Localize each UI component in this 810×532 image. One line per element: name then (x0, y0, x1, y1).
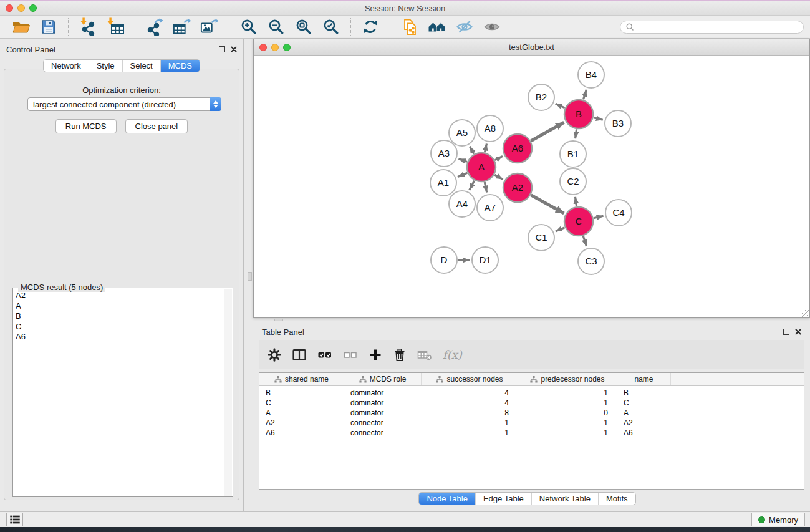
graph-node-C[interactable]: C (564, 207, 593, 236)
graph-node-D[interactable]: D (431, 247, 457, 273)
select-all-button[interactable] (317, 348, 332, 362)
function-builder-button[interactable]: f(x) (443, 348, 462, 361)
graph-edge-C-C3[interactable] (583, 236, 586, 246)
export-table-button[interactable] (173, 17, 191, 36)
result-scrollbar[interactable] (224, 289, 232, 496)
search-box[interactable] (620, 21, 804, 34)
criterion-select[interactable]: largest connected component (directed) (27, 97, 221, 111)
column-header-successor-nodes[interactable]: successor nodes (422, 373, 518, 385)
tab-select[interactable]: Select (122, 60, 160, 72)
add-row-button[interactable] (369, 348, 382, 362)
attribute-settings-button[interactable] (268, 348, 281, 362)
graph-edge-A2-C[interactable] (531, 195, 564, 213)
graph-node-B1[interactable]: B1 (560, 141, 586, 167)
tab-network[interactable]: Network (44, 60, 89, 72)
refresh-layout-button[interactable] (361, 17, 380, 36)
search-input[interactable] (637, 22, 798, 32)
column-header-name[interactable]: name (617, 373, 671, 385)
tab-edge-table[interactable]: Edge Table (475, 493, 531, 505)
delete-table-button[interactable] (417, 348, 432, 362)
table-row[interactable]: Cdominator41C (259, 398, 804, 408)
graph-node-C2[interactable]: C2 (560, 168, 586, 195)
tab-network-table[interactable]: Network Table (531, 493, 598, 505)
zoom-fit-button[interactable] (294, 17, 313, 36)
graph-node-A1[interactable]: A1 (430, 170, 456, 196)
mcds-result-item[interactable]: A (16, 301, 223, 312)
graph-node-C1[interactable]: C1 (528, 225, 554, 251)
tab-style[interactable]: Style (89, 60, 122, 72)
duplicate-network-button[interactable] (400, 17, 419, 36)
graph-edge-C-C1[interactable] (556, 228, 565, 231)
task-history-button[interactable] (6, 513, 23, 526)
zoom-in-button[interactable] (239, 17, 258, 36)
graph-node-B[interactable]: B (564, 100, 593, 128)
graph-node-D1[interactable]: D1 (472, 247, 498, 273)
network-canvas[interactable]: B4B2BB3A5A8A6B1A3AC2A1A2A4A7C4CC1C3DD1 (254, 56, 809, 317)
graph-edge-A6-B[interactable] (531, 122, 564, 141)
table-row[interactable]: A6connector11A6 (259, 428, 804, 438)
graph-edge-B-B4[interactable] (583, 90, 586, 100)
network-graph[interactable]: B4B2BB3A5A8A6B1A3AC2A1A2A4A7C4CC1C3DD1 (254, 56, 809, 318)
graph-edge-A-A8[interactable] (485, 143, 486, 152)
graph-node-C4[interactable]: C4 (605, 200, 632, 226)
mcds-result-item[interactable]: A2 (16, 291, 223, 301)
save-session-button[interactable] (39, 17, 58, 36)
open-file-button[interactable] (12, 17, 31, 36)
float-panel-icon[interactable] (219, 46, 225, 52)
graph-edge-A-A5[interactable] (470, 147, 474, 154)
graph-edge-A-A7[interactable] (485, 182, 487, 193)
show-all-button[interactable] (483, 17, 501, 36)
graph-node-A5[interactable]: A5 (449, 120, 475, 146)
graph-edge-A-A6[interactable] (495, 156, 503, 160)
table-row[interactable]: Bdominator41B (259, 388, 804, 398)
home-button[interactable] (428, 17, 446, 36)
graph-edge-C-C4[interactable] (594, 216, 604, 218)
import-table-button[interactable] (106, 17, 125, 36)
run-mcds-button[interactable]: Run MCDS (55, 119, 117, 133)
column-header-mcds-role[interactable]: MCDS role (344, 373, 422, 385)
export-network-button[interactable] (145, 17, 164, 36)
graph-edge-A-A3[interactable] (459, 159, 468, 162)
resize-grip-icon[interactable] (802, 310, 809, 317)
delete-row-button[interactable] (393, 348, 407, 362)
graph-edge-A-A2[interactable] (494, 175, 503, 180)
float-table-panel-icon[interactable] (783, 329, 789, 335)
graph-node-A6[interactable]: A6 (503, 134, 532, 163)
graph-node-A4[interactable]: A4 (449, 191, 475, 217)
tab-motifs[interactable]: Motifs (598, 493, 635, 505)
vertical-splitter-handle[interactable] (248, 272, 252, 281)
memory-button[interactable]: Memory (751, 513, 805, 526)
close-table-panel-icon[interactable] (795, 326, 801, 337)
graph-node-A3[interactable]: A3 (431, 140, 457, 167)
graph-edge-B-B3[interactable] (594, 118, 603, 120)
mcds-result-list[interactable]: A2ABCA6 (16, 291, 223, 495)
graph-node-C3[interactable]: C3 (578, 248, 604, 274)
mcds-result-item[interactable]: A6 (16, 332, 223, 342)
graph-node-A8[interactable]: A8 (477, 115, 503, 142)
column-view-button[interactable] (292, 348, 307, 362)
graph-edge-B-B2[interactable] (556, 104, 565, 108)
zoom-selected-button[interactable] (322, 17, 340, 36)
graph-node-A[interactable]: A (467, 153, 496, 181)
deselect-all-button[interactable] (343, 348, 358, 362)
graph-edge-B-B1[interactable] (576, 129, 577, 138)
graph-node-A7[interactable]: A7 (477, 195, 503, 221)
graph-node-B3[interactable]: B3 (605, 110, 631, 137)
tab-node-table[interactable]: Node Table (419, 493, 475, 505)
graph-node-A2[interactable]: A2 (503, 173, 532, 202)
graph-edge-A-A1[interactable] (458, 173, 467, 177)
table-row[interactable]: Adominator80A (259, 408, 804, 418)
column-header-shared-name[interactable]: shared name (259, 373, 344, 385)
network-window-titlebar[interactable]: testGlobe.txt (254, 39, 809, 56)
close-panel-button[interactable]: Close panel (125, 119, 188, 133)
import-network-button[interactable] (79, 17, 97, 36)
tab-mcds[interactable]: MCDS (160, 60, 200, 72)
graph-node-B2[interactable]: B2 (528, 84, 554, 110)
column-header-predecessor-nodes[interactable]: predecessor nodes (518, 373, 617, 385)
mcds-result-item[interactable]: B (16, 311, 223, 322)
hide-selected-button[interactable] (455, 17, 474, 36)
mcds-result-item[interactable]: C (16, 322, 223, 332)
export-image-button[interactable] (200, 17, 219, 36)
close-panel-icon[interactable] (231, 44, 237, 55)
graph-edge-A-A4[interactable] (470, 181, 475, 190)
